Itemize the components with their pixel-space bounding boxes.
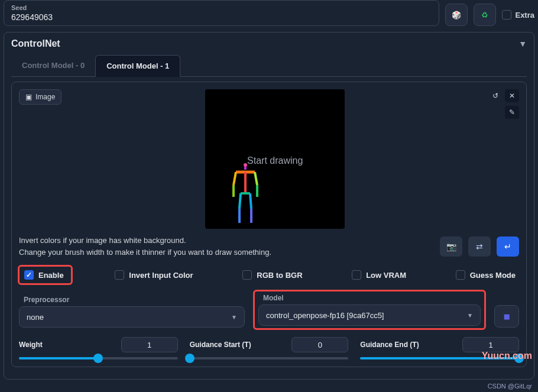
- lowvram-label: Low VRAM: [366, 271, 406, 280]
- gstart-label: Guidance Start (T): [190, 341, 251, 349]
- dice-button[interactable]: 🎲: [445, 4, 468, 26]
- enable-checkbox[interactable]: [24, 270, 34, 280]
- tab-content: ▣ Image Start drawing: [11, 82, 527, 367]
- hint-line2: Change your brush width to make it thinn…: [19, 247, 271, 258]
- guess-checkbox[interactable]: [456, 270, 465, 280]
- preprocessor-label: Preprocessor: [19, 296, 245, 304]
- collapse-toggle[interactable]: ▼: [518, 39, 527, 48]
- weight-slider-group: Weight 1: [19, 337, 178, 359]
- gend-label: Guidance End (T): [360, 341, 419, 349]
- pencil-icon: ✎: [509, 108, 515, 116]
- preprocessor-value: none: [27, 313, 44, 322]
- close-icon: ✕: [509, 92, 515, 100]
- svg-line-8: [239, 193, 241, 209]
- model-highlight: Model control_openpose-fp16 [9ca67cc5] ▼: [253, 290, 486, 330]
- seed-field[interactable]: Seed 629649063: [4, 0, 439, 26]
- weight-label: Weight: [19, 341, 43, 349]
- chevron-down-icon: ▼: [467, 312, 473, 319]
- camera-button[interactable]: 📷: [440, 237, 462, 257]
- undo-button[interactable]: ↺: [488, 89, 503, 102]
- image-icon: ▣: [25, 93, 32, 101]
- image-tab-button[interactable]: ▣ Image: [19, 89, 61, 105]
- gstart-value[interactable]: 0: [291, 337, 348, 352]
- image-label: Image: [35, 93, 55, 101]
- tabs: Control Model - 0 Control Model - 1: [11, 55, 527, 77]
- rgb-checkbox[interactable]: [242, 270, 252, 280]
- send-icon: ↵: [504, 242, 511, 251]
- clear-button[interactable]: ✕: [505, 89, 519, 102]
- extra-label: Extra: [515, 11, 534, 20]
- svg-line-2: [234, 172, 236, 185]
- model-value: control_openpose-fp16 [9ca67cc5]: [266, 311, 384, 320]
- extra-checkbox[interactable]: [502, 10, 511, 20]
- seed-label: Seed: [11, 4, 432, 11]
- pose-figure: [228, 161, 263, 226]
- enable-label: Enable: [38, 271, 64, 280]
- dice-icon: 🎲: [452, 11, 461, 20]
- canvas-placeholder: Start drawing: [205, 155, 345, 166]
- rgb-label: RGB to BGR: [257, 271, 302, 280]
- watermark-author: CSDN @GitLqr: [488, 383, 532, 390]
- model-label: Model: [258, 294, 481, 302]
- seed-value: 629649063: [11, 12, 432, 22]
- drawing-canvas[interactable]: Start drawing: [205, 89, 345, 229]
- run-button[interactable]: ▦: [494, 305, 519, 328]
- hint-line1: Invert colors if your image has white ba…: [19, 235, 271, 247]
- weight-slider[interactable]: [19, 357, 178, 359]
- lowvram-checkbox[interactable]: [352, 270, 361, 280]
- panel-title: ControlNet: [11, 38, 60, 49]
- svg-line-4: [255, 172, 257, 185]
- invert-checkbox[interactable]: [115, 270, 124, 280]
- model-select[interactable]: control_openpose-fp16 [9ca67cc5] ▼: [258, 304, 481, 326]
- edit-button[interactable]: ✎: [505, 106, 519, 119]
- undo-icon: ↺: [492, 92, 498, 100]
- tab-model-1[interactable]: Control Model - 1: [95, 55, 180, 77]
- gstart-slider[interactable]: [190, 357, 349, 359]
- guess-label: Guess Mode: [470, 271, 516, 280]
- weight-value[interactable]: 1: [121, 337, 178, 352]
- send-button[interactable]: ↵: [497, 237, 519, 257]
- hint-text: Invert colors if your image has white ba…: [19, 235, 271, 258]
- chevron-down-icon: ▼: [231, 314, 237, 320]
- recycle-icon: ♻: [481, 11, 488, 20]
- swap-icon: ⇄: [476, 242, 483, 251]
- preprocessor-select[interactable]: none ▼: [19, 306, 245, 328]
- controlnet-panel: ControlNet ▼ Control Model - 0 Control M…: [4, 32, 534, 380]
- svg-point-12: [244, 163, 247, 167]
- recycle-button[interactable]: ♻: [474, 4, 496, 26]
- tab-model-0[interactable]: Control Model - 0: [11, 55, 95, 77]
- run-icon: ▦: [504, 313, 510, 320]
- swap-button[interactable]: ⇄: [468, 237, 491, 257]
- enable-highlight: Enable: [18, 265, 73, 285]
- invert-label: Invert Input Color: [129, 271, 193, 280]
- watermark-site: Yuucn.com: [482, 351, 532, 361]
- camera-icon: 📷: [446, 242, 456, 251]
- gstart-slider-group: Guidance Start (T) 0: [190, 337, 349, 359]
- svg-line-10: [250, 193, 251, 209]
